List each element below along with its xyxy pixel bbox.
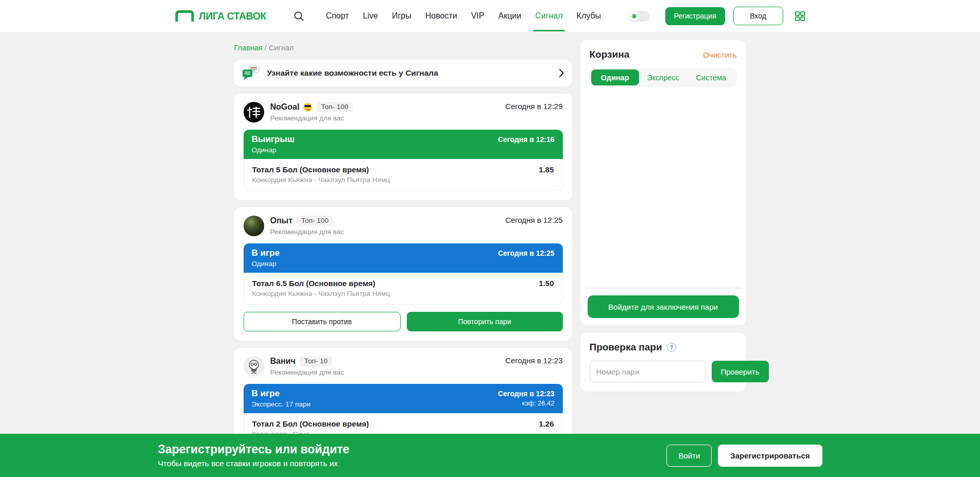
breadcrumb-home-link[interactable]: Главная [234,44,263,52]
signal-promo-banner[interactable]: Узнайте какие возможности есть у Сигнала [234,60,572,86]
check-bet-button[interactable]: Проверить [712,361,769,382]
bet-market: Тотал 5 Бол (Основное время) [252,165,369,174]
logo-text: Лига Ставок [199,10,266,22]
nav-item-vip[interactable]: VIP [471,11,485,21]
register-button[interactable]: Регистрация [665,7,725,25]
chevron-right-icon[interactable] [559,69,564,77]
bet-number-input[interactable] [590,361,706,382]
status-banner-live: В игре Экспресс. 17 пари Сегодня в 12:23… [244,384,563,413]
tab-express[interactable]: Экспресс [639,69,687,85]
user-name[interactable]: Ванич [270,357,296,366]
bet-type-label: Одинар [252,260,280,268]
top-rank-badge: Топ- 10 [300,356,332,366]
bet-odds: 1.85 [539,165,554,174]
posted-time: Сегодня в 12:23 [505,356,562,365]
basket-title: Корзина [590,49,630,60]
nav-item-promos[interactable]: Акции [498,11,521,21]
nav-item-signal-active[interactable]: Сигнал [535,11,562,21]
status-coefficient: кэф: 26.42 [498,399,555,407]
nav-item-games[interactable]: Игры [392,11,411,21]
sun-icon [629,11,639,21]
bet-match: Конкордия Кьяжна - Чахлэул Пьятра Нямц [252,290,554,297]
promo-banner-text: Узнайте какие возможности есть у Сигнала [267,68,438,78]
top-rank-badge: Топ- 100 [316,102,353,112]
posted-time: Сегодня в 12:25 [505,216,562,224]
bet-against-button[interactable]: Поставить против [244,312,401,331]
bet-check-panel: Проверка пари ? Проверить [580,333,746,392]
footer-register-button[interactable]: Зарегистрироваться [718,445,822,467]
status-time: Сегодня в 12:25 [498,249,555,257]
user-name[interactable]: NoGoal [270,102,300,112]
search-icon[interactable] [294,11,304,22]
status-time: Сегодня в 12:23 [498,390,555,398]
recommendation-label: Рекомендация для вас [270,368,345,376]
tab-single[interactable]: Одинар [591,69,639,85]
bet-row[interactable]: Тотал 6.5 Бол (Основное время) 1.50 Конк… [244,273,562,304]
bet-row[interactable]: Тотал 5 Бол (Основное время) 1.85 Конкор… [244,159,562,190]
recommendation-label: Рекомендация для вас [270,114,353,122]
avatar[interactable] [244,102,264,122]
footer-title: Зарегистрируйтесь или войдите [158,443,350,456]
bet-market: Тотал 6.5 Бол (Основное время) [252,279,375,288]
nav-item-news[interactable]: Новости [425,11,457,21]
chat-bubbles-icon [242,64,260,82]
status-banner-live: В игре Одинар Сегодня в 12:25 [244,243,563,273]
question-icon[interactable]: ? [667,343,676,352]
bet-type-label: Экспресс. 17 пари [252,400,311,408]
bet-check-title: Проверка пари [590,342,662,353]
bet-odds: 1.26 [539,419,554,428]
top-header: Лига Ставок Спорт Live Игры Новости VIP … [0,0,980,32]
goal-icon [175,10,194,22]
main-nav: Спорт Live Игры Новости VIP Акции Сигнал… [326,11,601,21]
footer-login-button[interactable]: Войти [666,445,712,467]
recommendation-label: Рекомендация для вас [270,228,345,236]
sunglasses-emoji-icon [303,103,312,112]
status-label: В игре [252,248,280,259]
repeat-bet-button[interactable]: Повторить пари [407,312,563,331]
basket-clear-link[interactable]: Очистить [703,50,736,59]
breadcrumb-separator: / [265,44,267,52]
status-label: В игре [252,388,311,400]
register-footer-banner: Зарегистрируйтесь или войдите Чтобы виде… [0,434,980,477]
bet-match: Конкордия Кьяжна - Чахлэул Пьятра Нямц [252,176,554,184]
theme-toggle[interactable] [629,11,650,22]
breadcrumb-current: Сигнал [269,44,294,52]
apps-grid-icon[interactable] [795,11,805,22]
user-name[interactable]: Опыт [270,216,293,225]
nav-item-sport[interactable]: Спорт [326,11,349,21]
basket-tabs: Одинар Экспресс Система [590,68,737,87]
nav-item-live[interactable]: Live [363,11,378,21]
tip-card-nogoal: NoGoal Топ- 100 Рекомендация для вас Сег… [234,94,572,200]
posted-time: Сегодня в 12:29 [505,102,562,111]
liga-stavok-logo[interactable]: Лига Ставок [175,10,272,22]
bet-odds: 1.50 [539,279,554,288]
bet-market: Тотал 2 Бол (Основное время) [252,419,369,428]
login-button[interactable]: Вход [733,7,783,25]
basket-panel: Корзина Очистить Одинар Экспресс Система… [580,40,746,325]
status-label: Выигрыш [252,134,295,146]
status-banner-win: Выигрыш Одинар Сегодня в 12:16 [244,130,563,159]
status-time: Сегодня в 12:16 [498,135,555,144]
top-rank-badge: Топ- 100 [297,216,333,226]
tab-system[interactable]: Система [687,69,735,85]
nav-item-clubs[interactable]: Клубы [577,11,601,21]
avatar[interactable] [244,216,264,236]
bet-type-label: Одинар [252,146,295,154]
basket-login-button[interactable]: Войдите для заключения пари [588,295,739,318]
avatar[interactable] [244,356,264,377]
footer-subtitle: Чтобы видеть все ставки игроков и повтор… [158,459,350,468]
breadcrumb: Главная / Сигнал [234,44,572,52]
tip-card-opyt: Опыт Топ- 100 Рекомендация для вас Сегод… [234,207,572,341]
